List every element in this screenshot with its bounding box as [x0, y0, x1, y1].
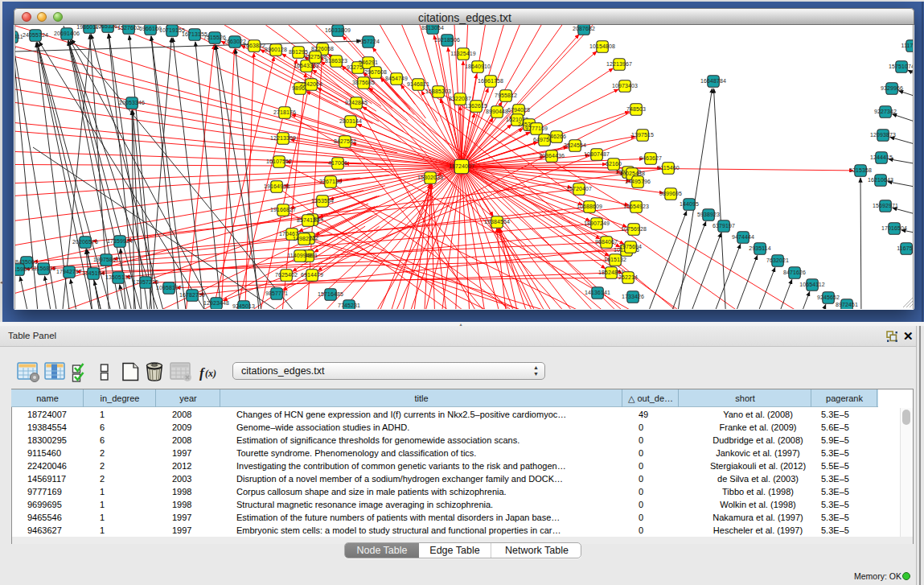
svg-text:8427552: 8427552 — [334, 138, 356, 144]
svg-text:2935114: 2935114 — [749, 245, 770, 251]
svg-text:9857771: 9857771 — [265, 290, 288, 296]
svg-text:116753: 116753 — [897, 245, 914, 251]
svg-text:13505135: 13505135 — [105, 274, 131, 280]
svg-text:8990448: 8990448 — [486, 109, 508, 114]
svg-text:9115460: 9115460 — [657, 165, 679, 171]
svg-text:7745231: 7745231 — [338, 303, 360, 308]
svg-text:10688609: 10688609 — [577, 204, 602, 209]
svg-text:8454749: 8454749 — [385, 76, 408, 81]
svg-text:10654112: 10654112 — [799, 282, 824, 287]
svg-text:6914479: 6914479 — [301, 272, 323, 278]
svg-text:9242845: 9242845 — [345, 100, 368, 105]
svg-text:8574123: 8574123 — [297, 217, 319, 223]
svg-text:12213369: 12213369 — [270, 135, 296, 141]
svg-text:19975867: 19975867 — [93, 257, 119, 262]
svg-text:6379197: 6379197 — [713, 223, 735, 229]
svg-text:11409948: 11409948 — [287, 253, 312, 258]
svg-text:18640910: 18640910 — [465, 64, 491, 69]
svg-text:20206576: 20206576 — [72, 239, 98, 245]
svg-text:8813054: 8813054 — [421, 25, 444, 31]
svg-text:9245652: 9245652 — [817, 295, 840, 300]
svg-text:16107552: 16107552 — [266, 159, 292, 164]
svg-text:15716485: 15716485 — [318, 291, 343, 297]
svg-text:9245013: 9245013 — [232, 303, 255, 309]
svg-text:9915984: 9915984 — [15, 266, 30, 272]
svg-text:8960128: 8960128 — [265, 47, 287, 52]
svg-text:14136141: 14136141 — [585, 290, 610, 295]
svg-text:417006: 417006 — [328, 160, 347, 166]
svg-text:746266: 746266 — [547, 134, 566, 139]
svg-text:16033809: 16033809 — [325, 27, 351, 33]
svg-text:9327508: 9327508 — [304, 54, 326, 60]
svg-text:16648784: 16648784 — [700, 78, 726, 84]
svg-text:144095: 144095 — [680, 201, 699, 207]
svg-text:19166827: 19166827 — [270, 207, 296, 212]
svg-text:8471626: 8471626 — [783, 270, 806, 275]
svg-text:7625402: 7625402 — [275, 272, 298, 278]
svg-text:20053346: 20053346 — [119, 100, 145, 105]
svg-text:10958107: 10958107 — [156, 285, 182, 290]
svg-text:17957223: 17957223 — [133, 279, 158, 285]
svg-text:17359924: 17359924 — [107, 238, 133, 244]
svg-text:7357224: 7357224 — [357, 39, 380, 44]
svg-text:7632021: 7632021 — [766, 257, 789, 263]
svg-text:1615132: 1615132 — [604, 257, 626, 262]
svg-text:19384554: 19384554 — [484, 219, 510, 225]
svg-text:10756928: 10756928 — [621, 226, 647, 232]
svg-text:7663822: 7663822 — [243, 43, 265, 48]
svg-text:19164908: 19164908 — [264, 183, 290, 189]
svg-text:19218506: 19218506 — [434, 37, 460, 43]
svg-text:5215358: 5215358 — [849, 167, 872, 173]
svg-text:20691406: 20691406 — [54, 31, 80, 36]
svg-text:252214: 252214 — [618, 274, 638, 280]
svg-text:9146821: 9146821 — [407, 81, 429, 87]
svg-text:8972451: 8972451 — [836, 302, 858, 307]
svg-text:17016504: 17016504 — [881, 225, 907, 231]
svg-text:14495796: 14495796 — [625, 179, 651, 184]
svg-text:2803144: 2803144 — [339, 118, 362, 124]
svg-text:2718176: 2718176 — [273, 109, 296, 115]
svg-text:19654923: 19654923 — [623, 204, 649, 209]
svg-text:10973403: 10973403 — [612, 83, 638, 89]
svg-text:18724007: 18724007 — [449, 163, 474, 169]
svg-text:8186323: 8186323 — [325, 58, 347, 64]
svg-text:10154808: 10154808 — [589, 43, 615, 49]
svg-text:1244415: 1244415 — [870, 154, 893, 160]
svg-text:1117243: 1117243 — [901, 43, 914, 48]
svg-text:12093873: 12093873 — [870, 132, 896, 138]
svg-text:1733426: 1733426 — [622, 294, 644, 299]
svg-text:2967608: 2967608 — [364, 69, 387, 75]
svg-text:15720407: 15720407 — [566, 186, 592, 192]
svg-text:16543362: 16543362 — [294, 63, 319, 68]
svg-text:18907249: 18907249 — [584, 220, 610, 226]
svg-text:7955812: 7955812 — [495, 93, 517, 98]
svg-text:9474444: 9474444 — [732, 234, 754, 240]
svg-text:2087682: 2087682 — [573, 26, 595, 31]
svg-text:7515526: 7515526 — [203, 35, 226, 40]
svg-text:6794028: 6794028 — [507, 107, 530, 113]
svg-text:9899695: 9899695 — [659, 191, 682, 196]
svg-text:1353554: 1353554 — [311, 198, 334, 204]
svg-text:17942757: 17942757 — [56, 269, 82, 274]
svg-text:16210643: 16210643 — [868, 177, 893, 183]
svg-text:9329966: 9329966 — [881, 85, 903, 91]
svg-text:11325419: 11325419 — [450, 51, 475, 56]
svg-text:748503: 748503 — [626, 106, 646, 112]
svg-text:546291: 546291 — [359, 60, 378, 65]
svg-text:15692971: 15692971 — [873, 203, 898, 208]
svg-text:6966160: 6966160 — [139, 26, 162, 31]
svg-text:3267130: 3267130 — [319, 179, 342, 184]
svg-text:11156819: 11156819 — [31, 266, 56, 271]
svg-text:2242004: 2242004 — [300, 81, 322, 87]
svg-text:15302033: 15302033 — [417, 175, 443, 180]
svg-text:1498220: 1498220 — [293, 236, 315, 241]
svg-text:3875685: 3875685 — [352, 80, 375, 85]
svg-text:9227342: 9227342 — [874, 109, 897, 114]
svg-text:15751074: 15751074 — [889, 64, 914, 69]
svg-text:9463627: 9463627 — [639, 155, 662, 161]
svg-text:3824554: 3824554 — [564, 142, 586, 148]
svg-text:1362615: 1362615 — [465, 103, 487, 109]
svg-text:24055724: 24055724 — [23, 32, 48, 38]
svg-text:16782759: 16782759 — [179, 292, 205, 298]
svg-text:(x): (x) — [205, 368, 216, 379]
